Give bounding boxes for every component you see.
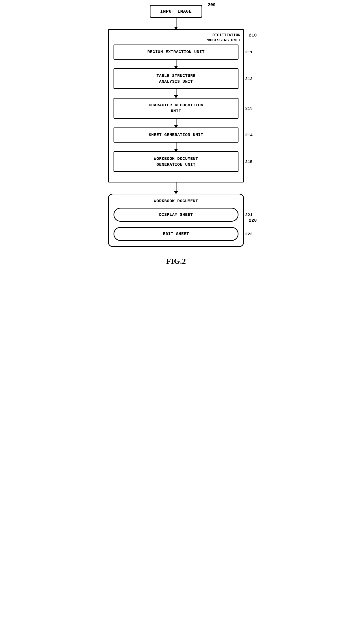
region-extraction-wrapper: REGION EXTRACTION UNIT 211 bbox=[113, 44, 239, 60]
ref-222: 222 bbox=[245, 232, 253, 236]
workbook-generation-unit: WORKBOOK DOCUMENTGENERATION UNIT bbox=[113, 151, 239, 172]
table-structure-unit: TABLE STRUCTUREANALYSIS UNIT bbox=[113, 68, 239, 89]
workbook-document-box: 220 WORKBOOK DOCUMENT DISPLAY SHEET 221 … bbox=[108, 194, 244, 247]
sheet-generation-label: SHEET GENERATION UNIT bbox=[149, 132, 203, 137]
ref-221: 221 bbox=[245, 212, 253, 217]
table-structure-wrapper: TABLE STRUCTUREANALYSIS UNIT 212 bbox=[113, 68, 239, 89]
ref-215: 215 bbox=[245, 159, 253, 164]
edit-sheet-box: EDIT SHEET bbox=[113, 227, 239, 241]
character-recognition-wrapper: CHARACTER RECOGNITIONUNIT 213 bbox=[113, 98, 239, 119]
ref-211: 211 bbox=[245, 50, 253, 54]
ref-212: 212 bbox=[245, 76, 253, 81]
arrow-212-213 bbox=[176, 89, 176, 96]
sheet-generation-wrapper: SHEET GENERATION UNIT 214 bbox=[113, 128, 239, 142]
input-image-label: INPUT IMAGE bbox=[160, 9, 192, 14]
region-extraction-unit: REGION EXTRACTION UNIT bbox=[113, 44, 239, 60]
edit-sheet-wrapper: EDIT SHEET 222 bbox=[113, 227, 239, 241]
ref-200: 200 bbox=[208, 2, 216, 7]
figure-label: FIG.2 bbox=[166, 257, 186, 266]
arrow-211-212 bbox=[176, 60, 176, 66]
character-recognition-unit: CHARACTER RECOGNITIONUNIT bbox=[113, 98, 239, 119]
arrow-input-to-digitization bbox=[176, 18, 176, 27]
ref-214: 214 bbox=[245, 132, 253, 137]
region-extraction-label: REGION EXTRACTION UNIT bbox=[147, 50, 204, 54]
ref-213: 213 bbox=[245, 106, 253, 111]
display-sheet-label: DISPLAY SHEET bbox=[159, 212, 193, 217]
display-sheet-box: DISPLAY SHEET bbox=[113, 208, 239, 222]
workbook-generation-wrapper: WORKBOOK DOCUMENTGENERATION UNIT 215 bbox=[113, 151, 239, 172]
ref-220: 220 bbox=[249, 218, 257, 223]
arrow-213-214 bbox=[176, 119, 176, 126]
arrow-214-215 bbox=[176, 142, 176, 150]
input-image-box: INPUT IMAGE bbox=[150, 5, 202, 18]
arrow-digitization-to-workbook bbox=[176, 182, 176, 192]
digitization-label: DIGITIZATIONPROCESSING UNIT bbox=[205, 33, 240, 43]
edit-sheet-label: EDIT SHEET bbox=[163, 232, 189, 236]
digitization-outer-box: DIGITIZATIONPROCESSING UNIT 210 REGION E… bbox=[108, 29, 244, 182]
input-image-wrapper: INPUT IMAGE 200 bbox=[150, 5, 202, 18]
ref-210: 210 bbox=[249, 33, 257, 38]
sheet-generation-unit: SHEET GENERATION UNIT bbox=[113, 128, 239, 142]
workbook-document-title: WORKBOOK DOCUMENT bbox=[113, 199, 239, 204]
diagram: INPUT IMAGE 200 DIGITIZATIONPROCESSING U… bbox=[108, 5, 244, 266]
display-sheet-wrapper: DISPLAY SHEET 221 bbox=[113, 208, 239, 222]
